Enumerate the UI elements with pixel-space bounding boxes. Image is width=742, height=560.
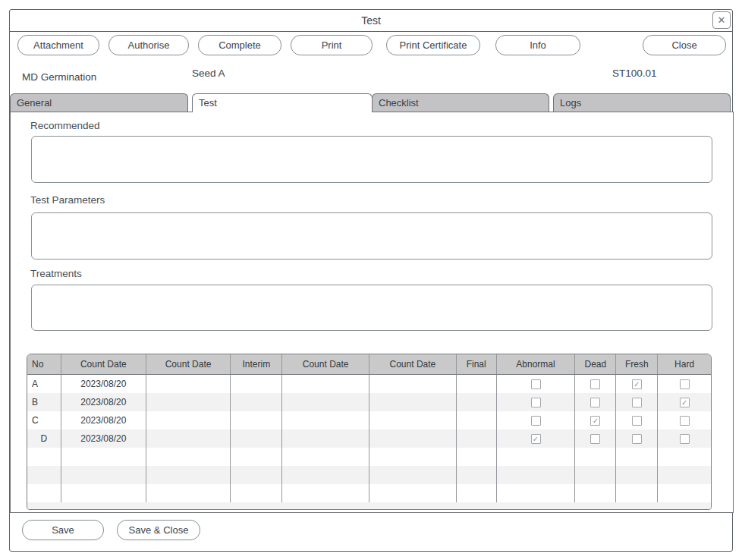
tab-checklist[interactable]: Checklist — [372, 93, 549, 112]
cell-interim[interactable] — [231, 429, 282, 448]
hard-checkbox[interactable] — [680, 379, 690, 389]
cell-empty[interactable] — [282, 484, 369, 502]
cell-count-date-2[interactable] — [146, 411, 231, 429]
dead-checkbox[interactable] — [590, 379, 600, 389]
cell-empty[interactable] — [497, 448, 576, 466]
cell-empty[interactable] — [658, 448, 711, 466]
hard-checkbox[interactable]: ✓ — [680, 398, 690, 407]
abnormal-checkbox[interactable] — [531, 379, 541, 389]
fresh-checkbox[interactable]: ✓ — [632, 379, 642, 389]
tab-general[interactable]: General — [10, 93, 188, 112]
authorise-button[interactable]: Authorise — [108, 35, 189, 55]
cell-count-date-4[interactable] — [369, 375, 457, 393]
abnormal-checkbox[interactable]: ✓ — [531, 434, 541, 444]
abnormal-checkbox[interactable] — [531, 416, 541, 426]
cell-empty[interactable] — [497, 466, 576, 484]
cell-interim[interactable] — [231, 375, 282, 393]
cell-empty[interactable] — [616, 448, 658, 466]
cell-empty[interactable] — [231, 466, 282, 484]
print-certificate-button[interactable]: Print Certificate — [386, 35, 480, 55]
cell-count-date-1[interactable]: 2023/08/20 — [61, 393, 146, 411]
cell-empty[interactable] — [231, 448, 282, 466]
abnormal-checkbox[interactable] — [531, 398, 541, 407]
cell-empty[interactable] — [146, 448, 231, 466]
cell-count-date-1[interactable]: 2023/08/20 — [61, 429, 146, 448]
cell-empty[interactable] — [658, 484, 711, 502]
cell-empty[interactable] — [575, 466, 616, 484]
cell-empty[interactable] — [575, 448, 616, 466]
cell-count-date-2[interactable] — [146, 375, 231, 393]
treatments-textarea[interactable] — [31, 285, 712, 331]
close-button[interactable]: Close — [643, 35, 726, 55]
cell-count-date-2[interactable] — [146, 393, 231, 411]
table-row-c: C 2023/08/20 ✓ — [27, 411, 711, 429]
complete-button[interactable]: Complete — [198, 35, 281, 55]
cell-count-date-3[interactable] — [282, 375, 369, 393]
cell-empty[interactable] — [61, 484, 146, 502]
cell-count-date-1[interactable]: 2023/08/20 — [61, 375, 146, 393]
cell-final[interactable] — [457, 375, 497, 393]
cell-count-date-2[interactable] — [146, 429, 231, 448]
cell-empty[interactable] — [369, 484, 457, 502]
cell-final[interactable] — [457, 393, 497, 411]
footer-actions: Save Save & Close — [22, 520, 200, 541]
dead-checkbox[interactable] — [590, 434, 600, 444]
recommended-label: Recommended — [30, 120, 100, 131]
tab-test[interactable]: Test — [192, 93, 373, 112]
attachment-button[interactable]: Attachment — [17, 35, 99, 55]
cell-empty[interactable] — [27, 448, 61, 466]
cell-final[interactable] — [457, 429, 497, 448]
col-header-abnormal: Abnormal — [497, 354, 576, 374]
info-row: MD Germination Seed A ST100.01 — [10, 63, 732, 86]
cell-empty[interactable] — [658, 466, 711, 484]
hard-checkbox[interactable] — [680, 416, 690, 426]
cell-count-date-1[interactable]: 2023/08/20 — [61, 411, 146, 429]
cell-empty[interactable] — [27, 484, 61, 502]
cell-empty[interactable] — [369, 448, 457, 466]
cell-empty[interactable] — [231, 484, 282, 502]
cell-final[interactable] — [457, 411, 497, 429]
cell-hard: ✓ — [658, 393, 711, 411]
cell-empty[interactable] — [146, 484, 231, 502]
cell-count-date-3[interactable] — [282, 393, 369, 411]
cell-empty[interactable] — [369, 466, 457, 484]
cell-count-date-3[interactable] — [282, 411, 369, 429]
window-close-button[interactable]: ✕ — [712, 11, 731, 29]
fresh-checkbox[interactable] — [632, 416, 642, 426]
recommended-textarea[interactable] — [31, 136, 712, 183]
cell-empty[interactable] — [457, 466, 497, 484]
cell-empty[interactable] — [575, 484, 616, 502]
tab-bar: General Test Checklist Logs — [10, 93, 732, 112]
fresh-checkbox[interactable] — [632, 434, 642, 444]
cell-empty[interactable] — [616, 484, 658, 502]
dead-checkbox[interactable]: ✓ — [590, 416, 600, 426]
cell-empty[interactable] — [61, 466, 146, 484]
print-button[interactable]: Print — [291, 35, 373, 55]
info-button[interactable]: Info — [495, 35, 580, 55]
fresh-checkbox[interactable] — [632, 398, 642, 407]
cell-empty[interactable] — [457, 448, 497, 466]
save-close-button[interactable]: Save & Close — [117, 520, 200, 540]
dead-checkbox[interactable] — [590, 398, 600, 407]
col-header-dead: Dead — [575, 354, 616, 374]
test-parameters-textarea[interactable] — [31, 212, 712, 260]
cell-count-date-3[interactable] — [282, 429, 369, 448]
cell-empty[interactable] — [282, 448, 369, 466]
cell-interim[interactable] — [231, 393, 282, 411]
save-button[interactable]: Save — [22, 520, 104, 540]
cell-count-date-4[interactable] — [369, 429, 457, 448]
title-bar: Test ✕ — [10, 10, 732, 32]
tab-logs[interactable]: Logs — [553, 93, 731, 112]
cell-empty[interactable] — [457, 484, 497, 502]
cell-count-date-4[interactable] — [369, 393, 457, 411]
cell-empty[interactable] — [61, 448, 146, 466]
cell-empty[interactable] — [497, 484, 576, 502]
cell-count-date-4[interactable] — [369, 411, 457, 429]
cell-interim[interactable] — [231, 411, 282, 429]
hard-checkbox[interactable] — [680, 434, 690, 444]
col-header-hard: Hard — [658, 354, 711, 374]
cell-empty[interactable] — [146, 466, 231, 484]
cell-empty[interactable] — [282, 466, 369, 484]
cell-empty[interactable] — [616, 466, 658, 484]
cell-empty[interactable] — [27, 466, 61, 484]
